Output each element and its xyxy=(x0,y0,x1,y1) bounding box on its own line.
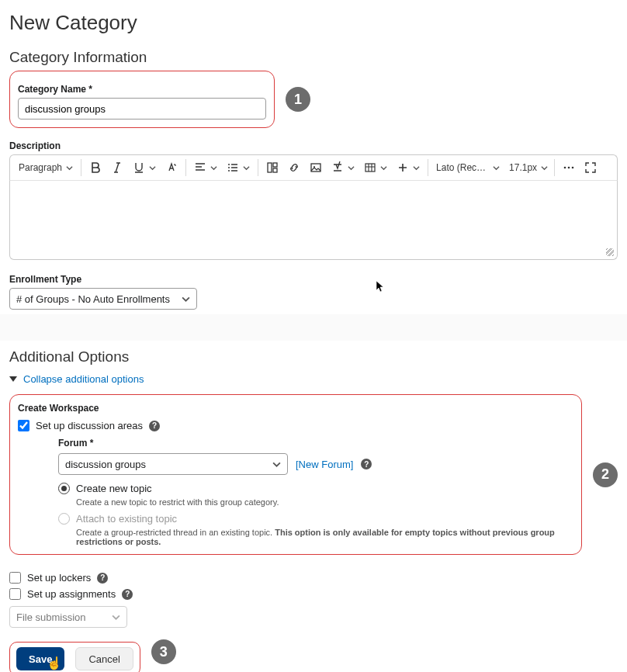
svg-rect-5 xyxy=(273,168,277,172)
create-workspace-label: Create Workspace xyxy=(18,403,573,414)
insert-quicklink-button[interactable] xyxy=(262,158,282,177)
svg-point-9 xyxy=(564,167,566,169)
category-name-highlight-box: Category Name * xyxy=(9,71,275,128)
help-icon[interactable]: ? xyxy=(361,459,372,469)
chevron-down-icon xyxy=(66,165,73,171)
chevron-down-icon xyxy=(380,165,387,171)
svg-point-0 xyxy=(228,164,230,165)
actions-highlight-box: Save Cancel xyxy=(9,642,140,672)
triangle-down-icon xyxy=(9,376,17,382)
content-gap xyxy=(0,314,627,341)
setup-lockers-checkbox[interactable] xyxy=(9,572,21,584)
bold-button[interactable] xyxy=(85,158,106,177)
file-submission-select: File submission xyxy=(9,606,127,628)
forum-label: Forum * xyxy=(58,438,573,449)
setup-assignments-checkbox[interactable] xyxy=(9,588,21,600)
help-icon[interactable]: ? xyxy=(97,573,108,584)
link-button[interactable] xyxy=(284,158,304,177)
image-button[interactable] xyxy=(306,158,326,177)
collapse-additional-toggle[interactable]: Collapse additional options xyxy=(9,373,618,385)
font-family-dropdown[interactable]: Lato (Recom… xyxy=(432,158,504,177)
description-editor-area[interactable] xyxy=(9,181,618,260)
align-dropdown[interactable] xyxy=(190,158,221,177)
chevron-down-icon xyxy=(272,460,281,469)
description-label: Description xyxy=(9,140,618,151)
more-actions-button[interactable] xyxy=(559,158,579,177)
enrollment-type-value: # of Groups - No Auto Enrollments xyxy=(16,293,170,305)
cancel-button[interactable]: Cancel xyxy=(75,647,133,670)
list-dropdown[interactable] xyxy=(223,158,254,177)
setup-discussion-checkbox[interactable] xyxy=(18,420,29,431)
svg-rect-3 xyxy=(268,163,272,172)
annotation-callout-3: 3 xyxy=(151,639,176,664)
forum-select[interactable]: discussion groups xyxy=(58,453,288,475)
attach-existing-topic-desc: Create a group-restricted thread in an e… xyxy=(76,528,573,546)
italic-button[interactable] xyxy=(107,158,127,177)
svg-point-2 xyxy=(228,170,230,171)
annotation-callout-1: 1 xyxy=(286,87,310,112)
attach-existing-topic-radio xyxy=(58,513,70,525)
category-name-input[interactable] xyxy=(18,98,266,120)
page-title: New Category xyxy=(9,11,618,35)
chevron-down-icon xyxy=(210,165,217,171)
enrollment-type-select[interactable]: # of Groups - No Auto Enrollments xyxy=(9,288,197,310)
create-new-topic-label: Create new topic xyxy=(76,483,152,494)
setup-assignments-label: Set up assignments xyxy=(27,588,116,600)
forum-select-value: discussion groups xyxy=(65,459,146,470)
category-info-heading: Category Information xyxy=(9,49,618,66)
chevron-down-icon xyxy=(348,165,355,171)
underline-dropdown[interactable] xyxy=(129,158,160,177)
new-forum-link[interactable]: [New Forum] xyxy=(296,459,353,470)
rich-text-toolbar: Paragraph Lato (Recom… 17.1px xyxy=(9,154,618,181)
chevron-down-icon xyxy=(112,613,120,622)
svg-rect-6 xyxy=(311,164,320,171)
additional-options-heading: Additional Options xyxy=(9,348,618,365)
attach-existing-topic-label: Attach to existing topic xyxy=(76,513,177,525)
chevron-down-icon xyxy=(182,295,190,303)
svg-point-1 xyxy=(228,167,230,168)
paragraph-style-dropdown[interactable]: Paragraph xyxy=(15,158,77,177)
svg-point-10 xyxy=(568,167,570,169)
setup-lockers-label: Set up lockers xyxy=(27,572,91,584)
setup-discussion-label: Set up discussion areas xyxy=(36,420,143,431)
help-icon[interactable]: ? xyxy=(149,421,160,431)
help-icon[interactable]: ? xyxy=(122,589,133,600)
file-submission-value: File submission xyxy=(16,611,86,623)
chevron-down-icon xyxy=(149,165,156,171)
chevron-down-icon xyxy=(413,165,420,171)
save-button[interactable]: Save xyxy=(16,647,64,670)
create-workspace-highlight-box: Create Workspace Set up discussion areas… xyxy=(9,394,582,555)
enrollment-type-label: Enrollment Type xyxy=(9,274,618,285)
svg-point-11 xyxy=(572,167,574,169)
text-color-button[interactable] xyxy=(161,158,182,177)
chevron-down-icon xyxy=(541,165,548,171)
create-new-topic-radio[interactable] xyxy=(58,483,70,494)
table-dropdown[interactable] xyxy=(360,158,391,177)
svg-rect-4 xyxy=(273,163,277,167)
equation-dropdown[interactable] xyxy=(327,158,359,177)
insert-dropdown[interactable] xyxy=(393,158,424,177)
chevron-down-icon xyxy=(243,165,250,171)
svg-rect-8 xyxy=(365,164,375,171)
create-new-topic-desc: Create a new topic to restrict with this… xyxy=(76,497,573,507)
category-name-label: Category Name * xyxy=(18,84,266,95)
font-size-dropdown[interactable]: 17.1px xyxy=(505,158,550,177)
collapse-link-text: Collapse additional options xyxy=(23,373,144,385)
annotation-callout-2: 2 xyxy=(593,462,618,487)
chevron-down-icon xyxy=(493,165,500,171)
fullscreen-button[interactable] xyxy=(580,158,601,177)
